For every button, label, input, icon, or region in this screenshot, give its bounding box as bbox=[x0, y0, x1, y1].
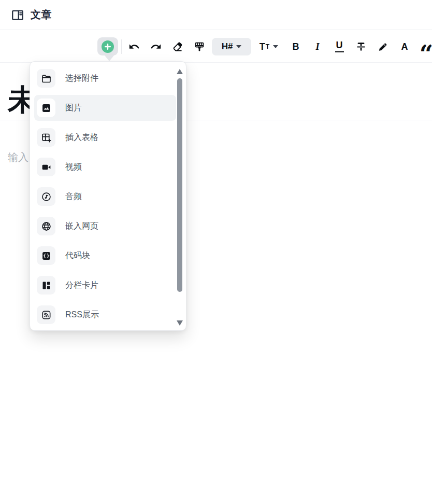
redo-button[interactable] bbox=[147, 38, 165, 55]
image-icon bbox=[37, 99, 55, 117]
bold-label: B bbox=[293, 42, 299, 51]
page-title: 文章 bbox=[31, 8, 52, 22]
chevron-down-icon bbox=[273, 45, 278, 48]
globe-icon bbox=[37, 217, 55, 235]
columns-card-icon bbox=[37, 276, 55, 295]
strikethrough-icon bbox=[355, 41, 367, 52]
menu-item-rss[interactable]: RSS展示 bbox=[34, 302, 176, 328]
pen-icon bbox=[377, 41, 388, 52]
menu-item-table[interactable]: 插入表格 bbox=[34, 124, 176, 150]
font-size-label-small: T bbox=[266, 44, 269, 50]
menu-scrollbar bbox=[176, 68, 183, 326]
heading-label: H# bbox=[222, 42, 233, 51]
strikethrough-button[interactable] bbox=[352, 38, 370, 55]
font-size-select[interactable]: T T bbox=[254, 38, 283, 55]
body-placeholder[interactable]: 输入 bbox=[8, 150, 28, 164]
underline-label: U bbox=[336, 40, 343, 50]
menu-item-label: 分栏卡片 bbox=[65, 280, 98, 291]
undo-icon bbox=[128, 41, 140, 52]
menu-item-label: 插入表格 bbox=[65, 132, 98, 143]
menu-item-label: 图片 bbox=[65, 103, 82, 114]
scrollbar-thumb[interactable] bbox=[177, 78, 182, 292]
menu-item-columns-card[interactable]: 分栏卡片 bbox=[34, 272, 176, 298]
bold-button[interactable]: B bbox=[286, 38, 305, 55]
underline-button[interactable]: U bbox=[330, 38, 349, 55]
insert-menu-popover: 选择附件 图片 插入表格 bbox=[30, 61, 186, 331]
scroll-down-icon[interactable] bbox=[177, 320, 183, 326]
text-color-button[interactable]: A bbox=[395, 38, 414, 55]
font-size-label-large: T bbox=[260, 42, 265, 51]
code-block-icon bbox=[37, 246, 55, 265]
italic-label: I bbox=[315, 42, 319, 51]
menu-item-code-block[interactable]: 代码块 bbox=[34, 243, 176, 269]
popover-arrow bbox=[105, 55, 114, 61]
folder-icon bbox=[37, 69, 55, 88]
editor-page: 文章 bbox=[0, 0, 432, 504]
insert-button[interactable] bbox=[97, 37, 118, 55]
clear-format-button[interactable] bbox=[168, 38, 187, 55]
undo-button[interactable] bbox=[125, 38, 143, 55]
menu-item-label: 代码块 bbox=[65, 250, 90, 261]
menu-item-label: 音频 bbox=[65, 191, 82, 202]
heading-select[interactable]: H# bbox=[212, 38, 251, 55]
menu-item-image[interactable]: 图片 bbox=[34, 95, 176, 121]
rss-icon bbox=[37, 305, 55, 324]
italic-button[interactable]: I bbox=[308, 38, 327, 55]
menu-item-video[interactable]: 视频 bbox=[34, 154, 176, 180]
audio-icon bbox=[37, 187, 55, 206]
editor-toolbar: H# T T B I U bbox=[0, 31, 432, 63]
header: 文章 bbox=[0, 0, 432, 30]
eraser-icon bbox=[172, 41, 183, 52]
menu-item-label: 选择附件 bbox=[65, 73, 98, 84]
chevron-down-icon bbox=[236, 45, 241, 48]
text-color-label: A bbox=[401, 42, 408, 51]
scroll-up-icon[interactable] bbox=[177, 69, 183, 74]
menu-item-attachment[interactable]: 选择附件 bbox=[34, 65, 176, 91]
menu-item-label: 嵌入网页 bbox=[65, 221, 98, 232]
menu-item-label: RSS展示 bbox=[65, 310, 99, 320]
menu-item-embed[interactable]: 嵌入网页 bbox=[34, 213, 176, 239]
plus-icon bbox=[102, 40, 114, 53]
video-icon bbox=[37, 158, 55, 176]
highlight-button[interactable] bbox=[373, 38, 392, 55]
menu-item-audio[interactable]: 音频 bbox=[34, 184, 176, 209]
article-layout-icon bbox=[11, 8, 24, 22]
format-brush-button[interactable] bbox=[190, 38, 209, 55]
table-plus-icon bbox=[37, 128, 55, 147]
toolbar-divider bbox=[121, 39, 122, 54]
redo-icon bbox=[150, 41, 162, 52]
blockquote-button[interactable]: “ bbox=[417, 38, 432, 55]
format-brush-icon bbox=[194, 41, 205, 52]
menu-item-label: 视频 bbox=[65, 162, 82, 173]
